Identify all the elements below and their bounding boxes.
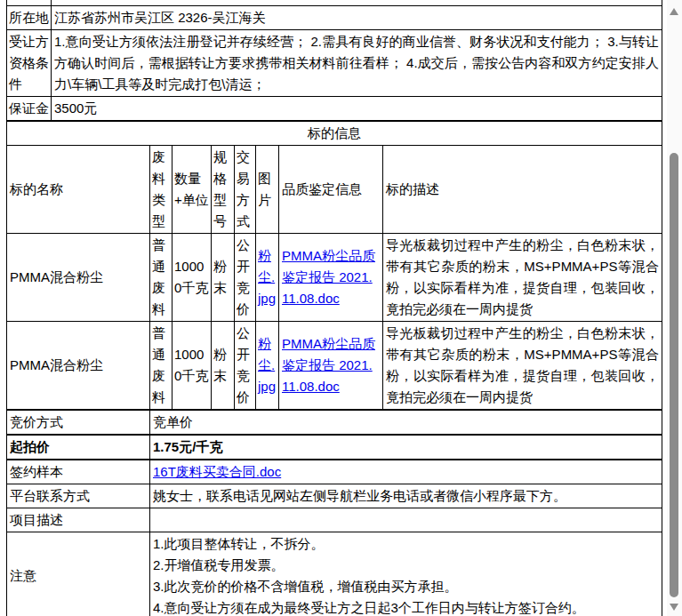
deposit-label: 保证金 <box>7 97 52 121</box>
table-row: 受让方资格条件 1.意向受让方须依法注册登记并存续经营； 2.需具有良好的商业信… <box>7 30 662 97</box>
contract-sample-label: 签约样本 <box>7 460 150 484</box>
col-header-description: 标的描述 <box>383 146 662 234</box>
quality-report-link[interactable]: PMMA粉尘品质鉴定报告 2021.11.08.doc <box>282 336 375 394</box>
qualification-label: 受让方资格条件 <box>7 30 52 97</box>
listing-detail-panel: 所在地 江苏省苏州市吴江区 2326-吴江海关 受让方资格条件 1.意向受让方须… <box>6 0 662 616</box>
subject-name: PMMA混合粉尘 <box>7 234 150 322</box>
subject-table: 标的信息 标的名称 废料类型 数量+单位 规格型号 交易方式 图片 品质鉴定信息… <box>6 121 662 410</box>
project-desc-value <box>150 508 662 532</box>
subject-quantity: 10000千克 <box>173 234 212 322</box>
col-header-spec: 规格型号 <box>212 146 235 234</box>
table-header-row: 标的名称 废料类型 数量+单位 规格型号 交易方式 图片 品质鉴定信息 标的描述 <box>7 146 662 234</box>
note-item: 3.此次竞价的价格不含增值税，增值税由买方承担。 <box>153 576 659 597</box>
col-header-quality-info: 品质鉴定信息 <box>279 146 383 234</box>
table-row: 注意 1.此项目整体转让，不拆分。 2.开增值税专用发票。 3.此次竞价的价格不… <box>7 532 662 616</box>
vertical-scrollbar[interactable] <box>667 0 682 616</box>
subject-description: 导光板裁切过程中产生的粉尘，白色粉末状，带有其它杂质的粉末，MS+PMMA+PS… <box>383 234 662 322</box>
subject-section-title: 标的信息 <box>7 122 662 146</box>
platform-contact-label: 平台联系方式 <box>7 484 150 508</box>
location-label: 所在地 <box>7 6 52 30</box>
note-item: 4.意向受让方须在成为最终受让方之日起3个工作日内与转让方签订合约。 <box>153 597 659 616</box>
qualification-value: 1.意向受让方须依法注册登记并存续经营； 2.需具有良好的商业信誉、财务状况和支… <box>52 30 662 97</box>
scrollbar-thumb[interactable] <box>670 153 678 597</box>
table-row: 保证金 3500元 <box>7 97 662 121</box>
bid-mode-label: 竞价方式 <box>7 411 150 436</box>
scroll-down-icon[interactable] <box>670 604 678 611</box>
quality-report-link[interactable]: PMMA粉尘品质鉴定报告 2021.11.08.doc <box>282 248 375 306</box>
notes-label: 注意 <box>7 532 150 616</box>
subject-spec: 粉末 <box>212 322 235 410</box>
note-item: 1.此项目整体转让，不拆分。 <box>153 533 659 555</box>
table-row: 项目描述 <box>7 508 662 532</box>
subject-waste-type: 普通废料 <box>150 234 173 322</box>
table-row: 所在地 江苏省苏州市吴江区 2326-吴江海关 <box>7 6 662 30</box>
info-table: 所在地 江苏省苏州市吴江区 2326-吴江海关 受让方资格条件 1.意向受让方须… <box>6 0 662 121</box>
note-item: 2.开增值税专用发票。 <box>153 555 659 576</box>
table-row: 标的信息 <box>7 122 662 146</box>
image-link[interactable]: 粉尘.jpg <box>258 336 276 394</box>
subject-description: 导光板裁切过程中产生的粉尘，白色粉末状，带有其它杂质的粉末，MS+PMMA+PS… <box>383 322 662 410</box>
col-header-waste-type: 废料类型 <box>150 146 173 234</box>
detail-table: 竞价方式 竞单价 起拍价 1.75元/千克 签约样本 16T废料买卖合同.doc… <box>6 410 662 616</box>
location-value: 江苏省苏州市吴江区 2326-吴江海关 <box>52 6 662 30</box>
scroll-up-icon[interactable] <box>670 8 678 15</box>
subject-trade-mode: 公开竞价 <box>235 234 256 322</box>
bid-mode-value: 竞单价 <box>150 411 662 436</box>
subject-trade-mode: 公开竞价 <box>235 322 256 410</box>
notes-value: 1.此项目整体转让，不拆分。 2.开增值税专用发票。 3.此次竞价的价格不含增值… <box>150 532 662 616</box>
subject-spec: 粉末 <box>212 234 235 322</box>
image-link[interactable]: 粉尘.jpg <box>258 248 276 306</box>
table-row: 竞价方式 竞单价 <box>7 411 662 436</box>
deposit-value: 3500元 <box>52 97 662 121</box>
project-desc-label: 项目描述 <box>7 508 150 532</box>
subject-waste-type: 普通废料 <box>150 322 173 410</box>
start-price-value: 1.75元/千克 <box>150 435 662 460</box>
col-header-trade-mode: 交易方式 <box>235 146 256 234</box>
table-row: 平台联系方式 姚女士，联系电话见网站左侧导航栏业务电话或者微信小程序最下方。 <box>7 484 662 508</box>
subject-row: PMMA混合粉尘 普通废料 10000千克 粉末 公开竞价 粉尘.jpg PMM… <box>7 322 662 410</box>
table-row: 起拍价 1.75元/千克 <box>7 435 662 460</box>
table-row: 签约样本 16T废料买卖合同.doc <box>7 460 662 484</box>
subject-quantity: 10000千克 <box>173 322 212 410</box>
subject-name: PMMA混合粉尘 <box>7 322 150 410</box>
col-header-image: 图片 <box>256 146 279 234</box>
platform-contact-value: 姚女士，联系电话见网站左侧导航栏业务电话或者微信小程序最下方。 <box>150 484 662 508</box>
col-header-quantity: 数量+单位 <box>173 146 212 234</box>
start-price-label: 起拍价 <box>7 435 150 460</box>
subject-row: PMMA混合粉尘 普通废料 10000千克 粉末 公开竞价 粉尘.jpg PMM… <box>7 234 662 322</box>
contract-sample-link[interactable]: 16T废料买卖合同.doc <box>153 464 281 479</box>
col-header-name: 标的名称 <box>7 146 150 234</box>
